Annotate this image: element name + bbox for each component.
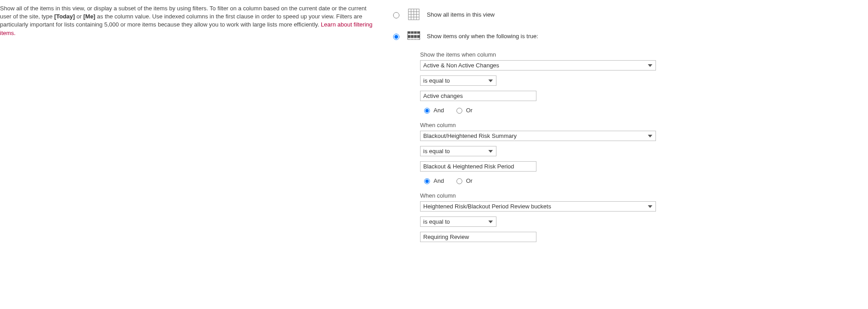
or-label: Or [466, 107, 472, 114]
help-token-me: [Me] [83, 13, 95, 20]
filter-clauses: Show the items when column Active & Non … [420, 51, 669, 242]
radio-and[interactable] [424, 178, 430, 184]
filtered-grid-icon [407, 30, 420, 42]
radio-show-filtered[interactable] [393, 34, 399, 40]
grid-icon [407, 8, 420, 21]
filter-help-text: Show all of the items in this view, or d… [0, 4, 373, 37]
clause-intro: When column [420, 122, 669, 128]
help-text-mid1: or [76, 13, 83, 20]
or-label: Or [466, 177, 472, 184]
column-select[interactable]: Active & Non Active Changes [420, 60, 656, 71]
filter-clause: When column Heightened Risk/Blackout Per… [420, 192, 669, 242]
filter-clause: When column Blackout/Heightened Risk Sum… [420, 122, 669, 184]
radio-or[interactable] [456, 108, 462, 114]
clause-intro: Show the items when column [420, 51, 669, 58]
clause-intro: When column [420, 192, 669, 199]
operator-select[interactable]: is equal to [420, 216, 496, 227]
show-filtered-label: Show items only when the following is tr… [427, 33, 538, 40]
operator-select[interactable]: is equal to [420, 146, 496, 156]
radio-or[interactable] [456, 178, 462, 184]
column-select[interactable]: Blackout/Heightened Risk Summary [420, 131, 656, 141]
value-input[interactable] [420, 161, 536, 172]
option-show-all-row: Show all items in this view [391, 8, 669, 21]
conjunction-group: And Or [422, 106, 668, 114]
option-filtered-row: Show items only when the following is tr… [391, 30, 669, 42]
value-input[interactable] [420, 91, 536, 101]
help-token-today: [Today] [54, 13, 75, 20]
conjunction-group: And Or [422, 177, 668, 184]
radio-and[interactable] [424, 108, 430, 114]
radio-show-all[interactable] [393, 12, 399, 18]
filter-clause: Show the items when column Active & Non … [420, 51, 669, 114]
column-select[interactable]: Heightened Risk/Blackout Period Review b… [420, 201, 656, 212]
operator-select[interactable]: is equal to [420, 75, 496, 86]
show-all-label: Show all items in this view [427, 11, 495, 18]
and-label: And [434, 107, 444, 114]
and-label: And [434, 177, 444, 184]
value-input[interactable] [420, 232, 536, 242]
filter-form: Show all items in this view Show items o… [391, 8, 669, 250]
